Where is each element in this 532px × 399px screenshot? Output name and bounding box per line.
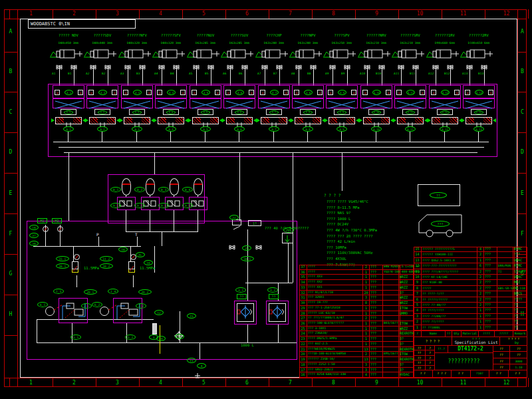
bom-cell: 7 [414, 291, 422, 296]
pipe [4, 132, 17, 133]
notes-line: ???? ???? VG45/46°C [327, 200, 368, 203]
bom-cell: 1 [363, 321, 370, 326]
check-valve-icon [261, 60, 268, 65]
accumulator-icon [146, 178, 155, 196]
title-block-header-cell: ?? [446, 331, 452, 337]
valve-manifold-outline [48, 84, 497, 157]
grid-col-label-bottom: 1 [9, 380, 53, 386]
bom-cell: 1 [363, 331, 370, 336]
component-tag: 4 [197, 363, 206, 368]
bom-cell: ??? 3-10X1 [307, 327, 363, 331]
pump-assembly-outline [113, 298, 142, 323]
bom-cell: ???? XX1 [307, 285, 363, 290]
title-block-header-cell: Remark [513, 331, 527, 337]
pipe [17, 9, 18, 387]
component-tag: 11.2 [100, 256, 113, 261]
check-valve-icon [124, 60, 131, 65]
bom-cell: ??? 910F-00 [422, 280, 477, 285]
cylinder-name: ????? NDV [51, 33, 86, 37]
bom-row: 5???? ??-40/??2????? [414, 303, 527, 308]
grid-row-label-left: H [5, 311, 16, 317]
pipe [4, 92, 17, 92]
tb-right-cell: ?? [493, 346, 510, 352]
relief-valve-icon [128, 261, 135, 269]
by-cn: ? ? ? ? [500, 337, 527, 340]
grid-col-label-top: 4 [139, 11, 182, 17]
bom-cell: ??? 6UZ-2.5 [307, 342, 363, 346]
grid-row-label-left: F [5, 231, 16, 237]
bom-cell [497, 297, 513, 302]
tb-right-cell: ?? [493, 358, 510, 364]
port-label-b: B2 [102, 72, 105, 75]
sign-cell: ?? [414, 360, 426, 365]
bom-cell: 32 [299, 291, 307, 295]
grid-row-label-right: C [518, 109, 527, 115]
value-label: 11.5MPa [140, 266, 155, 270]
doc-type-cell: ? ? ?Specification List [452, 337, 500, 346]
bom-cell: 1 [414, 325, 422, 330]
port-label-b: B5 [205, 72, 208, 75]
bom-cell: ?? [513, 286, 515, 291]
check-valve-icon [104, 60, 111, 65]
bom-cell: ??? [484, 252, 497, 257]
bom-cell: 17 [299, 368, 307, 372]
bom-cell [383, 357, 399, 362]
bom-cell: WRZZ [399, 301, 400, 305]
bom-cell: WRZZ [399, 275, 400, 279]
bom-cell: ???? [307, 265, 363, 269]
cylinder-name: ????SPV [324, 33, 360, 37]
accumulator-icon [194, 178, 203, 196]
bom-cell: ??? [370, 327, 383, 331]
bom-cell: ????? [422, 286, 477, 291]
bom-cell: ITOW [399, 306, 400, 311]
bom-cell: 2 [414, 319, 422, 324]
component-tag: 22 [229, 215, 239, 220]
bom-cell: ITOW [399, 352, 400, 356]
bom-cell: 11 [414, 269, 422, 274]
port-label-b: B12 [444, 72, 450, 75]
cylinder-name: ????NPV [290, 33, 326, 37]
value-label: ??? 40 ?/h,3~80????? [265, 226, 309, 230]
bom-cell: UMAC [513, 275, 515, 279]
cylinder-size: D80x440 3mm [84, 41, 120, 45]
pipe [484, 65, 485, 85]
bom-cell: ??? 91/4?/L?10 [307, 291, 363, 295]
by-cell: ? ? ? ?by [500, 337, 527, 346]
bom-cell: 1 [363, 275, 370, 279]
check-valve-icon [276, 60, 283, 65]
check-valve-icon [193, 60, 200, 65]
bom-cell: 1 [363, 280, 370, 285]
label-box: ?? [269, 294, 279, 299]
component-tag: XL [136, 252, 145, 257]
bom-cell: ???? ??-40/?? [422, 303, 477, 307]
bom-row: 28????? LUC-63/101???UMMO [299, 311, 414, 317]
grid-col-label-top: 3 [96, 11, 139, 17]
bom-cell: 3 [363, 362, 370, 367]
pipe [230, 65, 231, 85]
grid-col-label-bottom: 7 [269, 380, 312, 386]
bom-cell: 1 [363, 311, 370, 316]
grid-col-label-bottom: 11 [442, 380, 485, 386]
bom-cell: 3? [399, 362, 400, 367]
bom-cell: 2 [477, 269, 484, 274]
pipe [108, 65, 108, 85]
bom-row: 23???? DN25/1.6MPa1???3? [299, 336, 414, 342]
component-tag: 37 [29, 233, 39, 238]
tb-bottom-cell: ? ? [414, 370, 433, 378]
bom-cell: ????-???-?????????? [422, 263, 477, 268]
bom-cell: 1 [363, 336, 370, 341]
tb-bottom-cell: ? ? ? [433, 370, 452, 378]
bom-cell [497, 308, 513, 313]
port-label-b: B11 [410, 72, 415, 75]
bom-cell [383, 291, 399, 295]
drawing-no-cell: DT4172-2 [448, 346, 493, 353]
bom-cell: REXROTH [399, 357, 400, 362]
motor-icon [100, 307, 109, 316]
check-valve-icon [447, 60, 454, 65]
pipe [4, 378, 527, 378]
bom-cell: 1 [363, 342, 370, 346]
pipe [299, 65, 299, 85]
grid-col-label-bottom: 2 [53, 380, 96, 386]
bom-row: 9??? 910F-002???MRZ [414, 280, 527, 285]
title-block-header-cell: ????? [495, 331, 513, 337]
